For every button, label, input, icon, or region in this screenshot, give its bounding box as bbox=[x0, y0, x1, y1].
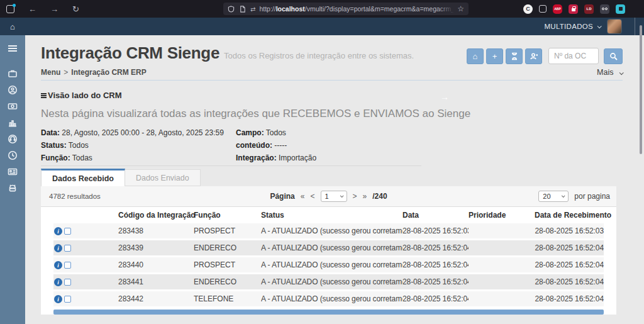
sidebar-item-user[interactable] bbox=[0, 82, 25, 98]
extension-teal-icon[interactable] bbox=[616, 4, 625, 14]
extension-adblock-icon[interactable]: ABP bbox=[553, 4, 562, 14]
main-content: Integração CRM SiengeTodos os Registros … bbox=[25, 35, 644, 324]
home-button[interactable]: ⌂ bbox=[467, 48, 484, 64]
more-label: Mais bbox=[597, 68, 613, 77]
header-row: Código da Integração Função Status Data … bbox=[53, 207, 604, 223]
money-icon bbox=[8, 101, 18, 111]
sidebar-item-support[interactable] bbox=[0, 131, 25, 147]
browser-reload-icon[interactable]: ↻ bbox=[72, 4, 79, 14]
cell-prioridade bbox=[469, 257, 535, 274]
filter-value: Todos bbox=[266, 128, 286, 137]
extension-colorzilla-icon[interactable]: C bbox=[523, 4, 533, 14]
page-header: Integração CRM SiengeTodos os Registros … bbox=[41, 35, 623, 64]
filter-value: 28, Agosto, 2025 00:00 - 28, Agosto, 202… bbox=[62, 128, 224, 137]
sidebar-item-briefcase[interactable] bbox=[0, 65, 25, 82]
page-select[interactable]: 1 bbox=[321, 191, 347, 202]
glasses-left bbox=[602, 8, 604, 10]
navbar-home-icon[interactable]: ⌂ bbox=[0, 22, 25, 31]
cell-status: A - ATUALIZADO (sucesso gerou corretamen… bbox=[261, 240, 402, 257]
actions-cell: i bbox=[53, 274, 118, 291]
pagination: Página « < 1 > » /240 bbox=[270, 191, 387, 202]
comment-icon[interactable] bbox=[64, 279, 71, 286]
url-text[interactable]: http://localhost/vmulti/?display=portal&… bbox=[259, 5, 454, 13]
browser-tab-icon[interactable] bbox=[6, 5, 14, 13]
pagination-prev-icon[interactable]: < bbox=[310, 192, 314, 201]
avatar[interactable] bbox=[607, 19, 622, 34]
table-body: i 283438 PROSPECT A - ATUALIZADO (sucess… bbox=[53, 223, 604, 308]
integrations-table: Código da Integração Função Status Data … bbox=[53, 207, 604, 308]
extension-ld-icon[interactable]: LD bbox=[584, 4, 594, 14]
extension-glasses-icon[interactable] bbox=[600, 4, 609, 14]
panel-arrow-icon[interactable]: → bbox=[440, 92, 449, 102]
cell-data: 28-08-2025 16:52:04 bbox=[402, 274, 469, 291]
page-subtitle: Todos os Registros de integração entre o… bbox=[224, 51, 414, 60]
user-search-button[interactable] bbox=[525, 48, 542, 64]
sidebar-menu-toggle[interactable] bbox=[0, 40, 25, 57]
cell-codigo: 283440 bbox=[118, 257, 194, 274]
cell-prioridade bbox=[469, 291, 535, 308]
comment-icon[interactable] bbox=[64, 245, 71, 252]
vertical-scrollbar[interactable] bbox=[640, 25, 642, 154]
per-page-select[interactable]: 20 bbox=[538, 191, 569, 202]
filter-row: Status: Todos conteúdo: ----- bbox=[41, 139, 623, 152]
filters-divider bbox=[41, 165, 421, 166]
comment-icon[interactable] bbox=[64, 296, 71, 303]
comment-icon[interactable] bbox=[64, 262, 71, 269]
url-bar[interactable]: ⇄ http://localhost/vmulti/?display=porta… bbox=[223, 3, 469, 15]
results-bar: 4782 resultados Página « < 1 > » /240 20… bbox=[41, 186, 616, 207]
search-button[interactable] bbox=[604, 48, 623, 64]
browser-forward-icon[interactable]: → bbox=[50, 4, 58, 14]
clock-icon bbox=[8, 150, 18, 160]
browser-back-icon[interactable]: ← bbox=[28, 4, 36, 14]
info-icon[interactable]: i bbox=[54, 261, 62, 269]
pagination-first-icon[interactable]: « bbox=[301, 192, 305, 201]
more-dropdown[interactable]: Mais bbox=[597, 68, 623, 77]
sidebar-item-integrations[interactable] bbox=[0, 180, 25, 196]
search-input[interactable] bbox=[548, 48, 599, 64]
info-icon[interactable]: i bbox=[54, 227, 62, 235]
page-info-icon[interactable] bbox=[239, 6, 246, 13]
add-button[interactable]: + bbox=[486, 48, 503, 64]
sidebar-item-time[interactable] bbox=[0, 147, 25, 164]
browser-menu-icon[interactable] bbox=[631, 4, 644, 15]
breadcrumb-menu-link[interactable]: Menu bbox=[41, 68, 60, 77]
chevron-down-icon bbox=[562, 194, 565, 198]
filter-conteudo: conteúdo: ----- bbox=[236, 139, 287, 152]
history-button[interactable] bbox=[506, 48, 523, 64]
sidebar-item-reports[interactable] bbox=[0, 115, 25, 131]
extension-puzzle-icon[interactable] bbox=[539, 5, 547, 13]
pagination-last-icon[interactable]: » bbox=[363, 192, 367, 201]
pagination-next-icon[interactable]: > bbox=[353, 192, 357, 201]
actions-cell: i bbox=[53, 291, 118, 308]
horizontal-scrollbar[interactable] bbox=[53, 310, 604, 315]
glasses-right bbox=[605, 8, 608, 10]
info-icon[interactable]: i bbox=[54, 278, 62, 286]
col-actions bbox=[53, 207, 118, 223]
filter-row: Função: Todas Integração: Importação bbox=[41, 152, 623, 164]
cell-data: 28-08-2025 16:52:04 bbox=[402, 240, 469, 257]
container-swap-icon[interactable]: ⇄ bbox=[250, 6, 255, 13]
search-icon bbox=[609, 52, 618, 60]
section-heading: Visão lado do CRM bbox=[41, 91, 623, 101]
breadcrumb-separator: > bbox=[64, 68, 68, 77]
info-icon[interactable]: i bbox=[54, 295, 62, 303]
account-menu[interactable]: MULTIDADOS bbox=[544, 18, 644, 35]
breadcrumb: Menu>Integração CRM ERP bbox=[41, 68, 147, 77]
account-name: MULTIDADOS bbox=[544, 23, 593, 30]
filter-label: Integração: bbox=[236, 154, 277, 162]
sidebar-item-card[interactable] bbox=[0, 164, 25, 180]
bar-chart-icon bbox=[8, 118, 18, 128]
tab-dados-recebido[interactable]: Dados Recebido bbox=[41, 169, 125, 186]
url-host: localhost bbox=[276, 5, 305, 13]
tab-dados-enviado[interactable]: Dados Enviado bbox=[125, 169, 201, 186]
bookmark-star-icon[interactable]: ☆ bbox=[457, 4, 464, 13]
info-icon[interactable]: i bbox=[54, 244, 62, 252]
comment-icon[interactable] bbox=[64, 228, 71, 235]
actions-cell: i bbox=[53, 240, 118, 257]
id-card-icon bbox=[8, 167, 18, 177]
cell-recebimento: 28-08-2025 16:52:04 bbox=[535, 274, 604, 291]
quick-toolbar: ⌂ + bbox=[464, 48, 623, 64]
extension-lock-icon[interactable] bbox=[569, 4, 578, 14]
sidebar-item-finance[interactable] bbox=[0, 98, 25, 115]
shield-icon[interactable] bbox=[228, 6, 235, 13]
